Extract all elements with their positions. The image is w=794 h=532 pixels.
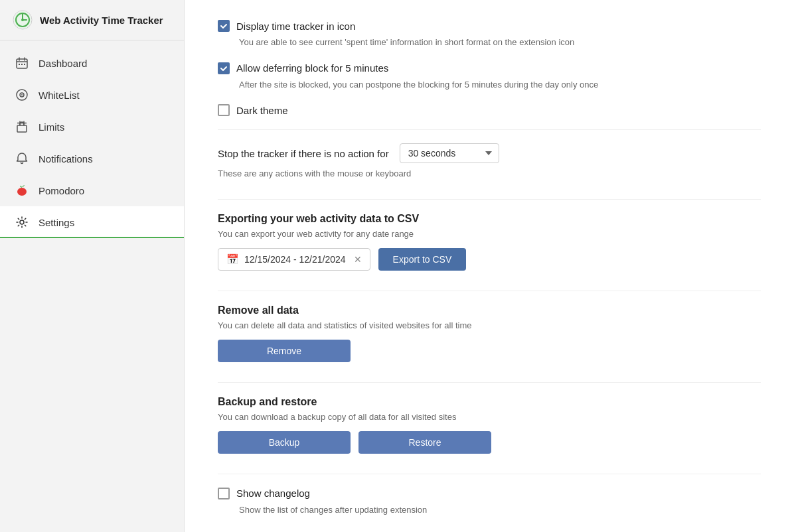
- allow-deferring-setting: Allow deferring block for 5 minutes Afte…: [218, 62, 761, 92]
- dark-theme-setting: Dark theme: [218, 104, 761, 116]
- remove-data-section: Remove all data You can delete all data …: [218, 304, 761, 362]
- sidebar-item-settings[interactable]: Settings: [0, 206, 184, 238]
- tracker-stop-desc: These are any actions with the mouse or …: [218, 167, 761, 180]
- sidebar-item-limits[interactable]: Limits: [0, 111, 184, 143]
- divider-1: [218, 129, 761, 130]
- display-time-tracker-setting: Display time tracker in icon You are abl…: [218, 20, 761, 49]
- divider-5: [218, 474, 761, 474]
- gear-icon: [15, 215, 29, 230]
- bell-icon: [15, 151, 29, 166]
- export-desc: You can export your web activity for any…: [218, 229, 761, 239]
- app-title: Web Activity Time Tracker: [40, 15, 163, 26]
- svg-rect-12: [24, 64, 25, 65]
- whitelist-label: WhiteList: [39, 90, 80, 101]
- sidebar-item-pomodoro[interactable]: Pomodoro: [0, 174, 184, 206]
- settings-label: Settings: [39, 217, 74, 228]
- divider-2: [218, 199, 761, 200]
- date-range-input[interactable]: 📅 12/15/2024 - 12/21/2024 ✕: [218, 248, 370, 271]
- whitelist-icon: [15, 88, 29, 102]
- limits-icon: [15, 119, 29, 134]
- svg-point-15: [21, 94, 23, 96]
- svg-rect-11: [21, 64, 23, 65]
- sidebar-item-notifications[interactable]: Notifications: [0, 143, 184, 174]
- export-section: Exporting your web activity data to CSV …: [218, 213, 761, 271]
- svg-point-21: [20, 220, 24, 224]
- allow-deferring-checkbox[interactable]: [218, 62, 230, 74]
- changelog-checkbox[interactable]: [218, 488, 230, 499]
- main-content: Display time tracker in icon You are abl…: [185, 0, 794, 532]
- changelog-label: Show changelog: [236, 488, 310, 499]
- changelog-desc: Show the list of changes after updating …: [218, 503, 761, 517]
- changelog-section: Show changelog Show the list of changes …: [218, 488, 761, 517]
- calendar-icon: 📅: [226, 253, 239, 265]
- pomodoro-label: Pomodoro: [39, 185, 84, 196]
- divider-3: [218, 291, 761, 291]
- sidebar-item-whitelist[interactable]: WhiteList: [0, 79, 184, 111]
- divider-4: [218, 382, 761, 383]
- svg-rect-16: [17, 125, 27, 132]
- calendar-icon: [15, 56, 29, 70]
- svg-rect-10: [19, 64, 20, 65]
- svg-point-20: [17, 188, 27, 196]
- svg-point-5: [21, 19, 24, 21]
- display-time-tracker-label: Display time tracker in icon: [236, 21, 355, 32]
- backup-title: Backup and restore: [218, 396, 761, 408]
- backup-desc: You can download a backup copy of all da…: [218, 412, 761, 422]
- backup-section: Backup and restore You can download a ba…: [218, 396, 761, 454]
- sidebar-nav: Dashboard WhiteList: [0, 40, 184, 532]
- tomato-icon: [15, 183, 29, 198]
- tracker-stop-label: Stop the tracker if there is no action f…: [218, 148, 389, 159]
- date-range-value: 12/15/2024 - 12/21/2024: [244, 254, 346, 265]
- sidebar-header: Web Activity Time Tracker: [0, 0, 184, 40]
- tracker-stop-select[interactable]: 10 seconds 30 seconds 1 minute 5 minutes…: [400, 143, 499, 163]
- limits-label: Limits: [39, 121, 64, 133]
- allow-deferring-label: Allow deferring block for 5 minutes: [236, 62, 388, 74]
- export-title: Exporting your web activity data to CSV: [218, 213, 761, 225]
- remove-data-button[interactable]: Remove: [218, 340, 351, 362]
- restore-button[interactable]: Restore: [358, 431, 491, 454]
- backup-button[interactable]: Backup: [218, 431, 351, 454]
- date-clear-button[interactable]: ✕: [354, 254, 362, 265]
- dashboard-label: Dashboard: [39, 58, 87, 69]
- remove-data-title: Remove all data: [218, 304, 761, 316]
- dark-theme-checkbox[interactable]: [218, 104, 230, 116]
- display-time-tracker-desc: You are able to see current 'spent time'…: [218, 36, 761, 49]
- tracker-stop-section: Stop the tracker if there is no action f…: [218, 143, 761, 180]
- export-csv-button[interactable]: Export to CSV: [378, 248, 467, 271]
- sidebar: Web Activity Time Tracker Dashboard: [0, 0, 185, 532]
- remove-data-desc: You can delete all data and statistics o…: [218, 320, 761, 330]
- app-logo-icon: [12, 9, 33, 31]
- dark-theme-label: Dark theme: [236, 105, 288, 116]
- display-time-tracker-checkbox[interactable]: [218, 20, 230, 32]
- notifications-label: Notifications: [39, 153, 93, 165]
- allow-deferring-desc: After the site is blocked, you can postp…: [218, 78, 761, 92]
- sidebar-item-dashboard[interactable]: Dashboard: [0, 47, 184, 79]
